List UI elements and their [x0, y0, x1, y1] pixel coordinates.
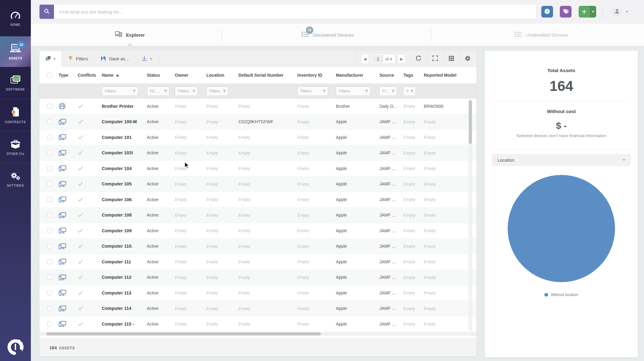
computer-icon [59, 227, 78, 234]
tab-unidentified-devices[interactable]: Unidentified Devices [515, 23, 568, 46]
filter-input-manufacturer[interactable]: Filters [336, 87, 370, 96]
view-switcher-button[interactable] [39, 51, 62, 67]
cell-model: Empty [424, 151, 464, 155]
horizontal-scrollbar[interactable] [39, 332, 477, 336]
row-checkbox[interactable] [47, 135, 52, 140]
row-checkbox[interactable] [47, 104, 52, 109]
col-header-location[interactable]: Location [206, 73, 238, 78]
sidebar-item-software[interactable]: SOFTWARE [0, 67, 31, 99]
cell-location: Empty [206, 135, 238, 140]
next-page-button[interactable]: ▶︎ [398, 54, 406, 64]
table-row[interactable]: Computer 111ActiveEmptyEmptyEmptyEmptyAp… [39, 254, 477, 270]
table-row[interactable]: Computer 105ActiveEmptyEmptyEmptyEmptyAp… [39, 176, 477, 192]
table-row[interactable]: Computer 106ActiveEmptyEmptyEmptyEmptyAp… [39, 192, 477, 208]
sidebar-item-home[interactable]: HOME [0, 0, 31, 36]
col-header-tags[interactable]: Tags [403, 73, 424, 78]
location-dropdown[interactable]: Location [492, 154, 630, 166]
search-input[interactable] [54, 5, 536, 19]
filters-label: Filters [76, 56, 88, 61]
filters-button[interactable]: Filters [62, 51, 94, 67]
cell-inventory: Empty [297, 259, 336, 264]
row-checkbox[interactable] [47, 275, 52, 280]
col-header-serial[interactable]: Default Serial Number [238, 73, 297, 78]
col-header-model[interactable]: Reported Model [424, 73, 464, 78]
row-checkbox[interactable] [47, 119, 52, 124]
table-row[interactable]: Computer 104ActiveEmptyEmptyEmptyEmptyAp… [39, 161, 477, 176]
page-field[interactable]: 1 of 4 [371, 54, 395, 64]
filter-input-name[interactable]: Filters [102, 87, 138, 96]
col-header-name[interactable]: Name [102, 73, 147, 78]
cell-owner: Empty [175, 213, 206, 217]
col-header-type[interactable]: Type [59, 73, 78, 78]
cell-model: Empty [424, 228, 464, 233]
table-row[interactable]: Computer 100-MActiveEmptyEmptyC02Q8KHTGF… [39, 114, 477, 130]
col-header-inventory[interactable]: Inventory ID [297, 73, 336, 78]
table-settings-button[interactable] [459, 51, 476, 67]
table-row[interactable]: Computer 112ActiveEmptyEmptyEmptyEmptyAp… [39, 270, 477, 286]
row-checkbox[interactable] [47, 322, 52, 327]
current-page-value[interactable]: 1 [372, 55, 383, 63]
row-checkbox[interactable] [47, 306, 52, 311]
info-button[interactable] [541, 6, 553, 18]
select-all-checkbox[interactable] [47, 73, 52, 78]
table-row[interactable]: Computer 101ActiveEmptyEmptyEmptyEmptyAp… [39, 130, 477, 145]
total-assets-value: 164 [485, 78, 638, 94]
filter-input-source[interactable]: Fi... [379, 87, 397, 96]
sidebar-item-settings[interactable]: SETTINGS [0, 163, 31, 195]
table-row[interactable]: Computer 110.ActiveEmptyEmptyEmptyEmptyA… [39, 239, 477, 254]
search-button[interactable] [39, 5, 54, 19]
col-header-label: Location [206, 73, 224, 78]
user-menu-caret[interactable] [626, 11, 628, 13]
table-row[interactable]: Computer 108ActiveEmptyEmptyEmptyEmptyAp… [39, 208, 477, 223]
table-row[interactable]: Computer 115 -ActiveEmptyEmptyEmptyEmpty… [39, 316, 477, 332]
filter-input-tags[interactable]: F [403, 87, 416, 96]
row-checkbox[interactable] [47, 290, 52, 295]
sidebar-item-assets[interactable]: 22 ASSETS [0, 36, 31, 67]
filter-input-location[interactable]: Filters [206, 87, 228, 96]
fullscreen-button[interactable] [427, 51, 443, 67]
row-checkbox[interactable] [47, 166, 52, 171]
col-header-manufacturer[interactable]: Manufacturer [336, 73, 379, 78]
save-as-button[interactable]: Save as... [94, 51, 135, 67]
row-checkbox[interactable] [47, 197, 52, 202]
row-checkbox[interactable] [47, 244, 52, 249]
table-row[interactable]: Computer 103!ActiveEmptyEmptyEmptyEmptyA… [39, 145, 477, 161]
add-dropdown-caret[interactable] [590, 6, 596, 18]
col-header-status[interactable]: Status [147, 73, 175, 78]
row-checkbox[interactable] [47, 150, 52, 155]
filter-input-inventory[interactable]: Filters [297, 87, 328, 96]
user-avatar[interactable] [611, 6, 623, 18]
col-header-source[interactable]: Source [379, 73, 403, 78]
cell-select [43, 275, 59, 280]
add-button[interactable] [579, 6, 596, 18]
tab-discovered-devices[interactable]: 22 Discovered Devices [302, 23, 354, 46]
refresh-button[interactable] [410, 51, 427, 67]
filter-input-owner[interactable]: Filters [175, 87, 198, 96]
filter-input-status[interactable]: Fil... [147, 87, 169, 96]
cell-source: JAMF ... [379, 228, 403, 233]
row-checkbox[interactable] [47, 228, 52, 233]
col-header-conflicts[interactable]: Conflicts [78, 73, 102, 78]
row-checkbox[interactable] [47, 213, 52, 217]
brand-logo[interactable] [0, 338, 31, 357]
row-checkbox[interactable] [47, 181, 52, 186]
col-header-owner[interactable]: Owner [175, 73, 206, 78]
vertical-scrollbar-thumb[interactable] [469, 100, 472, 144]
computer-icon [59, 196, 78, 203]
tab-explorer[interactable]: Explorer [114, 23, 145, 46]
export-button[interactable] [135, 51, 159, 67]
table-row[interactable]: Computer 114ActiveEmptyEmptyEmptyEmptyAp… [39, 301, 477, 317]
horizontal-scrollbar-thumb[interactable] [46, 332, 321, 335]
table-row[interactable]: Computer 113ActiveEmptyEmptyEmptyEmptyAp… [39, 285, 477, 301]
sidebar-item-contracts[interactable]: CONTRACTS [0, 99, 31, 131]
table-row[interactable]: Brother PrinterActiveEmptyEmptyEmptyEmpt… [39, 99, 477, 114]
grid-view-button[interactable] [443, 51, 459, 67]
tags-button[interactable] [560, 6, 572, 18]
row-checkbox[interactable] [47, 259, 52, 264]
conflict-check-icon [78, 229, 102, 233]
previous-page-button[interactable]: ◀︎ [361, 54, 369, 64]
table-row[interactable]: Computer 109ActiveEmptyEmptyEmptyEmptyAp… [39, 223, 477, 239]
cell-tags: Empty [403, 290, 424, 295]
sidebar-item-other-cis[interactable]: OTHER CIs [0, 131, 31, 163]
vertical-scrollbar[interactable] [469, 99, 472, 331]
